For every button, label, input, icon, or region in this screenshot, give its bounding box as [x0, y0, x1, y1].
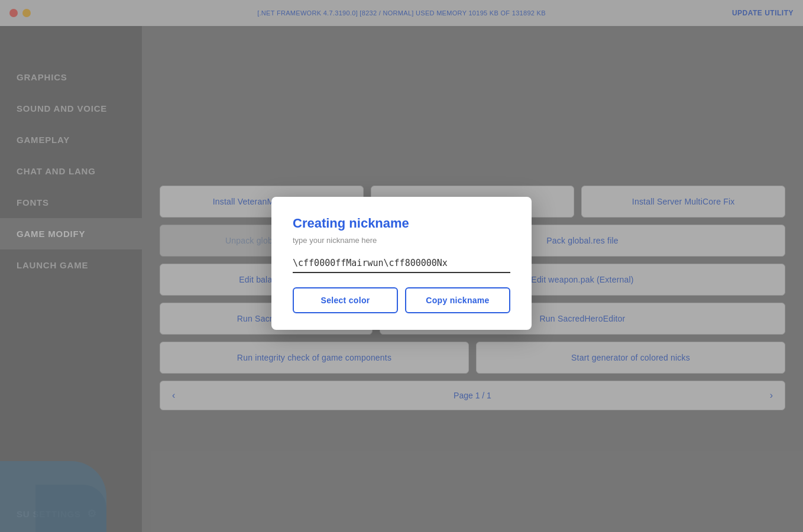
nickname-input[interactable]	[293, 254, 510, 273]
copy-nickname-button[interactable]: Copy nickname	[405, 287, 510, 313]
select-color-button[interactable]: Select color	[293, 287, 398, 313]
dialog-title: Creating nickname	[293, 216, 510, 231]
dialog-button-row: Select color Copy nickname	[293, 287, 510, 313]
dialog-subtitle: type your nickname here	[293, 236, 510, 245]
creating-nickname-dialog: Creating nickname type your nickname her…	[271, 197, 532, 330]
